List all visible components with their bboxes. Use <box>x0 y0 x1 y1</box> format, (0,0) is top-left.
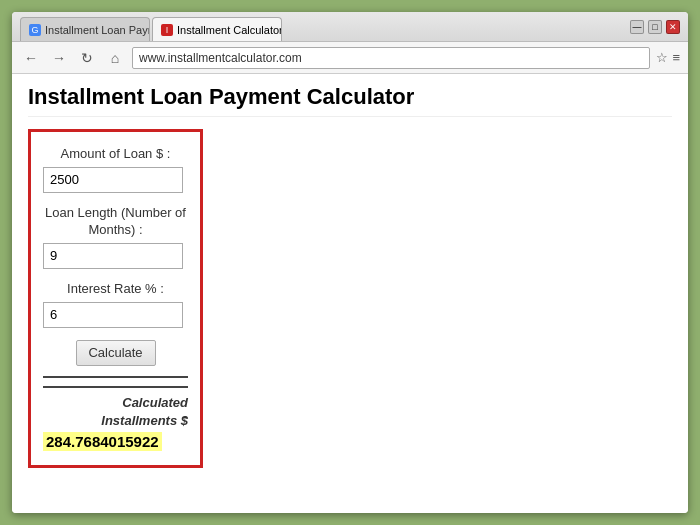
result-value-container: 284.7684015922 <box>43 432 188 451</box>
tab2-favicon: I <box>161 24 173 36</box>
tab-2[interactable]: I Installment Calculator - C... ✕ <box>152 17 282 41</box>
amount-input[interactable] <box>43 167 183 193</box>
amount-label: Amount of Loan $ : <box>43 146 188 163</box>
title-bar: G Installment Loan Payme... ✕ I Installm… <box>12 12 688 42</box>
calculate-button[interactable]: Calculate <box>76 340 156 366</box>
loan-length-input[interactable] <box>43 243 183 269</box>
calculator-box: Amount of Loan $ : Loan Length (Number o… <box>28 129 203 468</box>
home-button[interactable]: ⌂ <box>104 47 126 69</box>
menu-icon[interactable]: ≡ <box>672 50 680 65</box>
maximize-button[interactable]: □ <box>648 20 662 34</box>
forward-button[interactable]: → <box>48 47 70 69</box>
browser-window: G Installment Loan Payme... ✕ I Installm… <box>12 12 688 513</box>
window-controls: — □ ✕ <box>630 20 680 34</box>
reload-button[interactable]: ↻ <box>76 47 98 69</box>
result-value: 284.7684015922 <box>43 432 162 451</box>
nav-icons: ☆ ≡ <box>656 50 680 65</box>
minimize-button[interactable]: — <box>630 20 644 34</box>
result-label: Calculated Installments $ <box>43 394 188 430</box>
tabs-container: G Installment Loan Payme... ✕ I Installm… <box>20 12 622 41</box>
nav-bar: ← → ↻ ⌂ ☆ ≡ <box>12 42 688 74</box>
tab1-label: Installment Loan Payme... <box>45 24 150 36</box>
page-title: Installment Loan Payment Calculator <box>28 84 672 117</box>
page-content: Installment Loan Payment Calculator Amou… <box>12 74 688 513</box>
interest-rate-label: Interest Rate % : <box>43 281 188 298</box>
star-icon[interactable]: ☆ <box>656 50 668 65</box>
tab2-label: Installment Calculator - C... <box>177 24 282 36</box>
tab-1[interactable]: G Installment Loan Payme... ✕ <box>20 17 150 41</box>
interest-rate-input[interactable] <box>43 302 183 328</box>
close-button[interactable]: ✕ <box>666 20 680 34</box>
back-button[interactable]: ← <box>20 47 42 69</box>
tab1-favicon: G <box>29 24 41 36</box>
divider <box>43 376 188 378</box>
loan-length-label: Loan Length (Number of Months) : <box>43 205 188 239</box>
address-bar[interactable] <box>132 47 650 69</box>
divider2 <box>43 386 188 388</box>
